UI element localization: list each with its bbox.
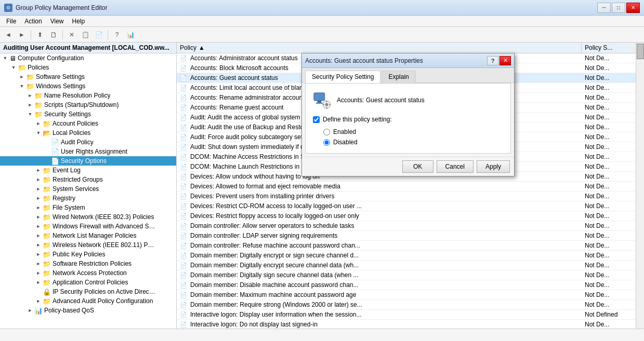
toolbar-export[interactable]: 📄 xyxy=(93,29,105,40)
tree-item-policies[interactable]: ▼ 📁 Policies xyxy=(0,63,176,72)
cancel-button[interactable]: Cancel xyxy=(437,160,474,173)
list-row[interactable]: 📄 Domain member: Require strong (Windows… xyxy=(177,300,644,310)
list-row[interactable]: 📄 Interactive logon: Do not display last… xyxy=(177,320,644,329)
tree-item-wireless-network[interactable]: ► 📁 Wireless Network (IEEE 802.11) Polic… xyxy=(0,240,176,250)
list-row[interactable]: 📄 Domain member: Maximum machine account… xyxy=(177,290,644,300)
close-button[interactable]: ✕ xyxy=(626,3,640,13)
expand-icon[interactable]: ▼ xyxy=(9,65,18,70)
expand-icon[interactable]: ► xyxy=(34,280,43,285)
list-row[interactable]: 📄 Devices: Prevent users from installing… xyxy=(177,192,644,201)
ok-button[interactable]: OK xyxy=(402,160,433,173)
expand-icon[interactable]: ► xyxy=(34,186,43,192)
apply-button[interactable]: Apply xyxy=(477,160,510,173)
expand-icon[interactable]: ► xyxy=(34,252,43,257)
list-row[interactable]: 📄 Domain member: Digitally encrypt or si… xyxy=(177,251,644,261)
toolbar-properties[interactable]: 📋 xyxy=(79,29,91,40)
list-row[interactable]: 📄 Interactive logon: Display user inform… xyxy=(177,310,644,320)
expand-icon[interactable]: ► xyxy=(34,177,43,182)
define-policy-checkbox[interactable] xyxy=(313,116,320,123)
expand-icon[interactable]: ► xyxy=(34,205,43,210)
tree-item-event-log[interactable]: ► 📁 Event Log xyxy=(0,166,176,175)
column-policy[interactable]: Policy ▲ xyxy=(177,43,582,53)
tree-item-security-settings[interactable]: ▼ 📁 Security Settings xyxy=(0,110,176,119)
tree-item-local-policies[interactable]: ▼ 📂 Local Policies xyxy=(0,128,176,138)
expand-icon[interactable]: ► xyxy=(18,74,26,79)
tree-item-file-system[interactable]: ► 📁 File System xyxy=(0,203,176,212)
expand-icon[interactable]: ► xyxy=(34,214,43,220)
expand-icon[interactable]: ▼ xyxy=(1,56,9,61)
expand-icon[interactable]: ► xyxy=(34,233,43,238)
modal-dialog[interactable]: Accounts: Guest account status Propertie… xyxy=(301,53,515,176)
tree-item-registry[interactable]: ► 📁 Registry xyxy=(0,194,176,203)
define-policy-label[interactable]: Define this policy setting: xyxy=(323,116,392,123)
tree-item-app-control[interactable]: ► 📁 Application Control Policies xyxy=(0,278,176,287)
tree-item-audit-policy[interactable]: 📄 Audit Policy xyxy=(0,138,176,147)
radio-disabled[interactable] xyxy=(323,139,330,146)
tree-item-security-options[interactable]: 📄 Security Options xyxy=(0,156,176,166)
list-row[interactable]: 📄 Domain member: Disable machine account… xyxy=(177,280,644,290)
expand-icon[interactable]: ▼ xyxy=(18,84,26,89)
menu-action[interactable]: Action xyxy=(20,17,46,26)
tree-item-ip-security[interactable]: 🔒 IP Security Policies on Active Directo… xyxy=(0,287,176,296)
expand-icon[interactable]: ► xyxy=(34,121,43,126)
menu-view[interactable]: View xyxy=(46,17,68,26)
expand-icon[interactable]: ► xyxy=(34,224,43,229)
tree-item-restricted-groups[interactable]: ► 📁 Restricted Groups xyxy=(0,175,176,184)
tree-item-network-access[interactable]: ► 📁 Network Access Protection xyxy=(0,268,176,278)
expand-icon[interactable]: ► xyxy=(26,308,34,313)
toolbar-chart[interactable]: 📊 xyxy=(124,29,137,40)
modal-close-button[interactable]: ✕ xyxy=(500,56,511,65)
tree-item-public-key[interactable]: ► 📁 Public Key Policies xyxy=(0,250,176,259)
tab-explain[interactable]: Explain xyxy=(382,71,415,83)
tree-item-advanced-audit[interactable]: ► 📁 Advanced Audit Policy Configuration xyxy=(0,296,176,306)
toolbar-help[interactable]: ? xyxy=(111,29,123,40)
list-row[interactable]: 📄 Devices: Restrict floppy access to loc… xyxy=(177,211,644,221)
tree-item-computer-config[interactable]: ▼ 🖥 Computer Configuration xyxy=(0,53,176,63)
list-row[interactable]: 📄 Devices: Allowed to format and eject r… xyxy=(177,182,644,192)
policy-item-icon: 📄 xyxy=(180,143,187,151)
tree-item-windows-settings[interactable]: ▼ 📁 Windows Settings xyxy=(0,81,176,91)
radio-disabled-label[interactable]: Disabled xyxy=(333,139,358,146)
toolbar-back[interactable]: ◄ xyxy=(2,29,15,40)
expand-icon[interactable]: ▼ xyxy=(26,112,34,117)
tree-item-software-restriction[interactable]: ► 📁 Software Restriction Policies xyxy=(0,259,176,268)
expand-icon[interactable]: ► xyxy=(34,242,43,248)
radio-enabled[interactable] xyxy=(323,129,330,135)
modal-help-button[interactable]: ? xyxy=(487,56,498,65)
tree-item-wired-network[interactable]: ► 📁 Wired Network (IEEE 802.3) Policies xyxy=(0,212,176,222)
tree-item-firewall[interactable]: ► 📁 Windows Firewall with Advanced Secu.… xyxy=(0,222,176,231)
list-row[interactable]: 📄 Domain controller: Allow server operat… xyxy=(177,221,644,231)
list-row[interactable]: 📄 Domain member: Digitally sign secure c… xyxy=(177,270,644,280)
tree-item-user-rights[interactable]: 📄 User Rights Assignment xyxy=(0,147,176,156)
maximize-button[interactable]: □ xyxy=(612,3,625,13)
toolbar-delete[interactable]: ✕ xyxy=(65,29,78,40)
list-row[interactable]: 📄 Domain controller: LDAP server signing… xyxy=(177,231,644,241)
expand-icon[interactable]: ► xyxy=(34,298,43,304)
tree-item-software-settings[interactable]: ► 📁 Software Settings xyxy=(0,72,176,81)
menu-help[interactable]: Help xyxy=(68,17,89,26)
tree-item-policy-qos[interactable]: ► 📊 Policy-based QoS xyxy=(0,306,176,315)
column-policy-setting[interactable]: Policy S... xyxy=(582,43,644,53)
tree-item-network-list-manager[interactable]: ► 📁 Network List Manager Policies xyxy=(0,231,176,240)
expand-icon[interactable]: ► xyxy=(26,102,34,107)
toolbar-forward[interactable]: ► xyxy=(16,29,28,40)
list-row[interactable]: 📄 Devices: Restrict CD-ROM access to loc… xyxy=(177,201,644,211)
expand-icon[interactable]: ► xyxy=(34,270,43,276)
list-row[interactable]: 📄 Domain member: Digitally encrypt secur… xyxy=(177,261,644,270)
radio-enabled-label[interactable]: Enabled xyxy=(333,128,356,135)
menu-file[interactable]: File xyxy=(2,17,20,26)
tree-item-name-resolution[interactable]: ► 📁 Name Resolution Policy xyxy=(0,91,176,100)
tab-security-policy-setting[interactable]: Security Policy Setting xyxy=(305,71,380,83)
toolbar-new[interactable]: 🗋 xyxy=(47,29,60,40)
expand-icon[interactable]: ► xyxy=(34,261,43,266)
expand-icon[interactable]: ► xyxy=(34,196,43,201)
expand-icon[interactable]: ► xyxy=(26,93,34,98)
expand-icon[interactable]: ▼ xyxy=(34,130,43,135)
tree-item-scripts[interactable]: ► 📁 Scripts (Startup/Shutdown) xyxy=(0,100,176,110)
minimize-button[interactable]: ─ xyxy=(597,3,611,13)
toolbar-up[interactable]: ⬆ xyxy=(34,29,46,40)
expand-icon[interactable]: ► xyxy=(34,168,43,173)
list-row[interactable]: 📄 Domain controller: Refuse machine acco… xyxy=(177,241,644,251)
tree-item-system-services[interactable]: ► 📁 System Services xyxy=(0,184,176,194)
tree-item-account-policies[interactable]: ► 📁 Account Policies xyxy=(0,119,176,128)
